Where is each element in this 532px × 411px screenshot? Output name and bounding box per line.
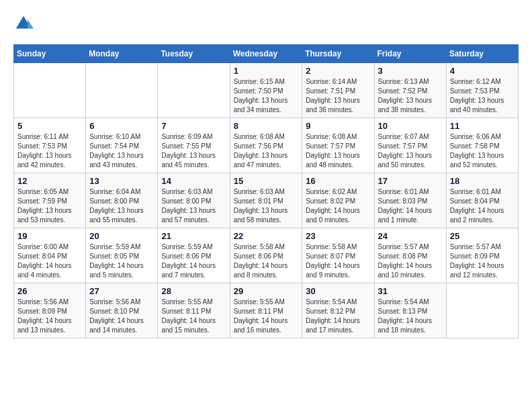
calendar-cell: 31Sunrise: 5:54 AM Sunset: 8:13 PM Dayli… <box>374 283 446 338</box>
day-number: 26 <box>17 286 82 296</box>
calendar-cell: 24Sunrise: 5:57 AM Sunset: 8:08 PM Dayli… <box>374 228 446 283</box>
day-number: 6 <box>89 121 154 131</box>
calendar-week-row: 5Sunrise: 6:11 AM Sunset: 7:53 PM Daylig… <box>14 118 519 173</box>
day-info: Sunrise: 5:55 AM Sunset: 8:11 PM Dayligh… <box>161 298 226 335</box>
day-info: Sunrise: 6:08 AM Sunset: 7:57 PM Dayligh… <box>306 132 370 170</box>
day-number: 13 <box>89 176 154 186</box>
weekday-header: Monday <box>86 45 158 63</box>
day-number: 16 <box>306 176 370 186</box>
day-number: 25 <box>450 231 515 241</box>
calendar-cell: 18Sunrise: 6:01 AM Sunset: 8:04 PM Dayli… <box>446 173 518 228</box>
day-number: 15 <box>234 176 299 186</box>
day-info: Sunrise: 6:03 AM Sunset: 8:00 PM Dayligh… <box>161 187 226 225</box>
calendar-cell: 30Sunrise: 5:54 AM Sunset: 8:12 PM Dayli… <box>302 283 374 338</box>
day-number: 30 <box>306 286 370 296</box>
day-number: 22 <box>234 231 299 241</box>
day-info: Sunrise: 5:59 AM Sunset: 8:05 PM Dayligh… <box>89 242 154 280</box>
calendar-cell: 27Sunrise: 5:56 AM Sunset: 8:10 PM Dayli… <box>86 283 158 338</box>
day-info: Sunrise: 6:04 AM Sunset: 8:00 PM Dayligh… <box>89 187 154 225</box>
calendar-cell: 9Sunrise: 6:08 AM Sunset: 7:57 PM Daylig… <box>302 118 374 173</box>
day-number: 14 <box>161 176 226 186</box>
day-info: Sunrise: 6:01 AM Sunset: 8:04 PM Dayligh… <box>450 187 515 225</box>
calendar-cell: 20Sunrise: 5:59 AM Sunset: 8:05 PM Dayli… <box>86 228 158 283</box>
calendar-cell: 8Sunrise: 6:08 AM Sunset: 7:56 PM Daylig… <box>230 118 302 173</box>
day-info: Sunrise: 6:07 AM Sunset: 7:57 PM Dayligh… <box>378 132 443 170</box>
day-info: Sunrise: 5:56 AM Sunset: 8:09 PM Dayligh… <box>17 298 82 335</box>
day-info: Sunrise: 5:55 AM Sunset: 8:11 PM Dayligh… <box>234 298 299 335</box>
day-info: Sunrise: 6:15 AM Sunset: 7:50 PM Dayligh… <box>234 77 299 115</box>
weekday-header: Tuesday <box>158 45 230 63</box>
calendar-cell: 19Sunrise: 6:00 AM Sunset: 8:04 PM Dayli… <box>14 228 86 283</box>
day-number: 27 <box>89 286 154 296</box>
calendar-cell: 1Sunrise: 6:15 AM Sunset: 7:50 PM Daylig… <box>230 63 302 118</box>
calendar-cell: 14Sunrise: 6:03 AM Sunset: 8:00 PM Dayli… <box>158 173 230 228</box>
calendar-cell: 11Sunrise: 6:06 AM Sunset: 7:58 PM Dayli… <box>446 118 518 173</box>
day-info: Sunrise: 6:01 AM Sunset: 8:03 PM Dayligh… <box>378 187 443 225</box>
day-info: Sunrise: 6:00 AM Sunset: 8:04 PM Dayligh… <box>17 242 82 280</box>
day-info: Sunrise: 5:54 AM Sunset: 8:12 PM Dayligh… <box>306 298 370 335</box>
calendar-cell: 12Sunrise: 6:05 AM Sunset: 7:59 PM Dayli… <box>14 173 86 228</box>
day-info: Sunrise: 5:57 AM Sunset: 8:09 PM Dayligh… <box>450 242 515 280</box>
day-number: 9 <box>306 121 370 131</box>
day-number: 20 <box>89 231 154 241</box>
calendar-cell <box>446 283 518 338</box>
calendar-week-row: 1Sunrise: 6:15 AM Sunset: 7:50 PM Daylig… <box>14 63 519 118</box>
calendar-table: SundayMondayTuesdayWednesdayThursdayFrid… <box>13 44 519 338</box>
day-number: 5 <box>17 121 82 131</box>
calendar-cell: 21Sunrise: 5:59 AM Sunset: 8:06 PM Dayli… <box>158 228 230 283</box>
calendar-cell: 26Sunrise: 5:56 AM Sunset: 8:09 PM Dayli… <box>14 283 86 338</box>
logo-icon <box>13 13 34 34</box>
calendar-cell: 4Sunrise: 6:12 AM Sunset: 7:53 PM Daylig… <box>446 63 518 118</box>
calendar-cell: 16Sunrise: 6:02 AM Sunset: 8:02 PM Dayli… <box>302 173 374 228</box>
day-number: 11 <box>450 121 515 131</box>
day-number: 2 <box>306 66 370 76</box>
calendar-cell <box>86 63 158 118</box>
day-info: Sunrise: 6:06 AM Sunset: 7:58 PM Dayligh… <box>450 132 515 170</box>
calendar-cell: 5Sunrise: 6:11 AM Sunset: 7:53 PM Daylig… <box>14 118 86 173</box>
day-number: 31 <box>378 286 443 296</box>
day-number: 24 <box>378 231 443 241</box>
day-info: Sunrise: 6:12 AM Sunset: 7:53 PM Dayligh… <box>450 77 515 115</box>
weekday-header: Thursday <box>302 45 374 63</box>
calendar-cell: 28Sunrise: 5:55 AM Sunset: 8:11 PM Dayli… <box>158 283 230 338</box>
day-number: 28 <box>161 286 226 296</box>
calendar-cell: 10Sunrise: 6:07 AM Sunset: 7:57 PM Dayli… <box>374 118 446 173</box>
day-number: 12 <box>17 176 82 186</box>
day-number: 29 <box>234 286 299 296</box>
day-number: 23 <box>306 231 370 241</box>
calendar-week-row: 12Sunrise: 6:05 AM Sunset: 7:59 PM Dayli… <box>14 173 519 228</box>
calendar-cell: 15Sunrise: 6:03 AM Sunset: 8:01 PM Dayli… <box>230 173 302 228</box>
calendar-cell <box>158 63 230 118</box>
day-info: Sunrise: 5:54 AM Sunset: 8:13 PM Dayligh… <box>378 298 443 335</box>
calendar-cell: 6Sunrise: 6:10 AM Sunset: 7:54 PM Daylig… <box>86 118 158 173</box>
day-info: Sunrise: 5:57 AM Sunset: 8:08 PM Dayligh… <box>378 242 443 280</box>
day-info: Sunrise: 6:02 AM Sunset: 8:02 PM Dayligh… <box>306 187 370 225</box>
day-info: Sunrise: 6:09 AM Sunset: 7:55 PM Dayligh… <box>161 132 226 170</box>
day-number: 17 <box>378 176 443 186</box>
day-number: 4 <box>450 66 515 76</box>
day-info: Sunrise: 5:58 AM Sunset: 8:06 PM Dayligh… <box>234 242 299 280</box>
day-number: 3 <box>378 66 443 76</box>
calendar-week-row: 19Sunrise: 6:00 AM Sunset: 8:04 PM Dayli… <box>14 228 519 283</box>
calendar-week-row: 26Sunrise: 5:56 AM Sunset: 8:09 PM Dayli… <box>14 283 519 338</box>
calendar-cell: 2Sunrise: 6:14 AM Sunset: 7:51 PM Daylig… <box>302 63 374 118</box>
day-info: Sunrise: 6:14 AM Sunset: 7:51 PM Dayligh… <box>306 77 370 115</box>
day-info: Sunrise: 6:13 AM Sunset: 7:52 PM Dayligh… <box>378 77 443 115</box>
calendar-cell: 29Sunrise: 5:55 AM Sunset: 8:11 PM Dayli… <box>230 283 302 338</box>
day-number: 21 <box>161 231 226 241</box>
weekday-header-row: SundayMondayTuesdayWednesdayThursdayFrid… <box>14 45 519 63</box>
calendar-cell: 22Sunrise: 5:58 AM Sunset: 8:06 PM Dayli… <box>230 228 302 283</box>
weekday-header: Friday <box>374 45 446 63</box>
day-info: Sunrise: 5:56 AM Sunset: 8:10 PM Dayligh… <box>89 298 154 335</box>
calendar-cell <box>14 63 86 118</box>
day-info: Sunrise: 6:05 AM Sunset: 7:59 PM Dayligh… <box>17 187 82 225</box>
day-info: Sunrise: 6:03 AM Sunset: 8:01 PM Dayligh… <box>234 187 299 225</box>
calendar-cell: 3Sunrise: 6:13 AM Sunset: 7:52 PM Daylig… <box>374 63 446 118</box>
day-number: 19 <box>17 231 82 241</box>
weekday-header: Saturday <box>446 45 518 63</box>
calendar-cell: 13Sunrise: 6:04 AM Sunset: 8:00 PM Dayli… <box>86 173 158 228</box>
calendar-cell: 23Sunrise: 5:58 AM Sunset: 8:07 PM Dayli… <box>302 228 374 283</box>
calendar-cell: 7Sunrise: 6:09 AM Sunset: 7:55 PM Daylig… <box>158 118 230 173</box>
day-number: 7 <box>161 121 226 131</box>
svg-marker-1 <box>28 19 34 29</box>
